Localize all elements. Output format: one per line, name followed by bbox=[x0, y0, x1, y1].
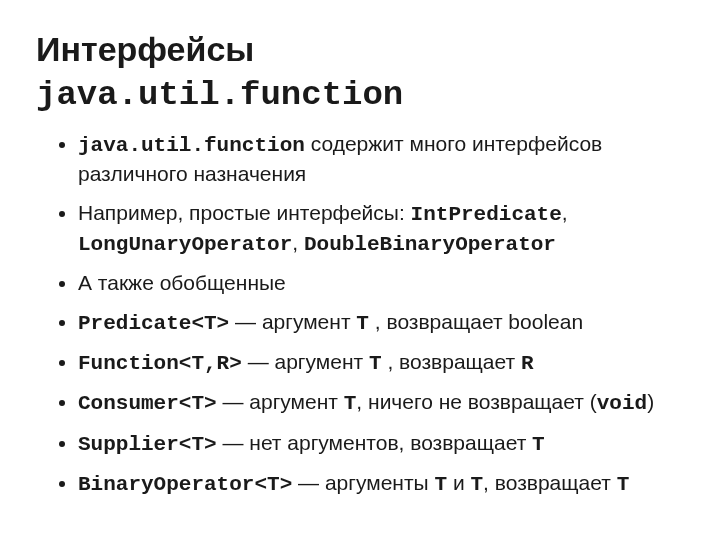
body-text: , ничего не возвращает ( bbox=[356, 390, 596, 413]
code-text: Function<T,R> bbox=[78, 352, 242, 375]
bullet-list: java.util.function содержит много интерф… bbox=[36, 130, 684, 499]
list-item: BinaryOperator<T> — аргументы T и T, воз… bbox=[78, 469, 684, 499]
code-text: T bbox=[470, 473, 483, 496]
code-text: T bbox=[356, 312, 369, 335]
body-text: — аргумент bbox=[229, 310, 356, 333]
list-item: Supplier<T> — нет аргументов, возвращает… bbox=[78, 429, 684, 459]
body-text: , bbox=[562, 201, 568, 224]
code-text: T bbox=[617, 473, 630, 496]
body-text: — нет аргументов, возвращает bbox=[217, 431, 532, 454]
list-item: А также обобщенные bbox=[78, 269, 684, 297]
code-text: T bbox=[369, 352, 382, 375]
code-text: DoubleBinaryOperator bbox=[304, 233, 556, 256]
list-item: java.util.function содержит много интерф… bbox=[78, 130, 684, 189]
code-text: java.util.function bbox=[78, 134, 305, 157]
body-text: ) bbox=[647, 390, 654, 413]
title-plain: Интерфейсы bbox=[36, 30, 254, 68]
code-text: BinaryOperator<T> bbox=[78, 473, 292, 496]
body-text: Например, простые интерфейсы: bbox=[78, 201, 411, 224]
body-text: А также обобщенные bbox=[78, 271, 286, 294]
code-text: R bbox=[521, 352, 534, 375]
list-item: Consumer<T> — аргумент T, ничего не возв… bbox=[78, 388, 684, 418]
list-item: Predicate<T> — аргумент T , возвращает b… bbox=[78, 308, 684, 338]
slide-title: Интерфейсы java.util.function bbox=[36, 28, 684, 116]
body-text: , bbox=[292, 231, 304, 254]
code-text: T bbox=[532, 433, 545, 456]
code-text: Predicate<T> bbox=[78, 312, 229, 335]
code-text: LongUnaryOperator bbox=[78, 233, 292, 256]
code-text: T bbox=[434, 473, 447, 496]
code-text: Supplier<T> bbox=[78, 433, 217, 456]
body-text: — аргумент bbox=[217, 390, 344, 413]
body-text: , возвращает bbox=[483, 471, 617, 494]
list-item: Например, простые интерфейсы: IntPredica… bbox=[78, 199, 684, 260]
body-text: , возвращает boolean bbox=[369, 310, 583, 333]
body-text: и bbox=[447, 471, 470, 494]
code-text: Consumer<T> bbox=[78, 392, 217, 415]
body-text: — аргументы bbox=[292, 471, 434, 494]
code-text: T bbox=[344, 392, 357, 415]
code-text: void bbox=[597, 392, 647, 415]
list-item: Function<T,R> — аргумент T , возвращает … bbox=[78, 348, 684, 378]
title-code: java.util.function bbox=[36, 76, 403, 114]
body-text: , возвращает bbox=[382, 350, 521, 373]
body-text: — аргумент bbox=[242, 350, 369, 373]
code-text: IntPredicate bbox=[411, 203, 562, 226]
